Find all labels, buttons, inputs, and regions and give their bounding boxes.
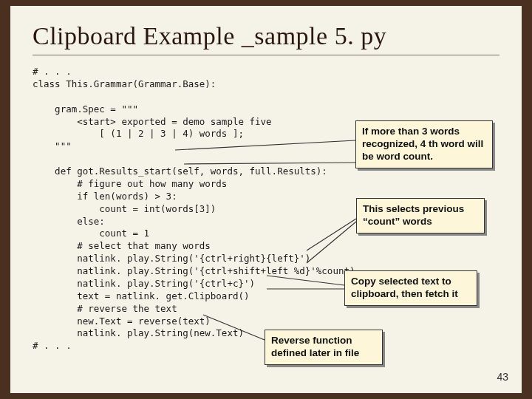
callout-reverse-func: Reverse function defined later in file <box>265 330 383 365</box>
callout-copy-clipboard: Copy selected text to clipboard, then fe… <box>344 270 477 306</box>
slide-number: 43 <box>497 371 508 383</box>
slide: Clipboard Example _sample 5. py # . . . … <box>10 6 522 393</box>
callout-word-count: If more than 3 words recognized, 4 th wo… <box>355 120 493 168</box>
callout-select-previous: This selects previous “count” words <box>356 198 485 233</box>
slide-title: Clipboard Example _sample 5. py <box>33 22 499 50</box>
title-rule <box>33 55 499 55</box>
